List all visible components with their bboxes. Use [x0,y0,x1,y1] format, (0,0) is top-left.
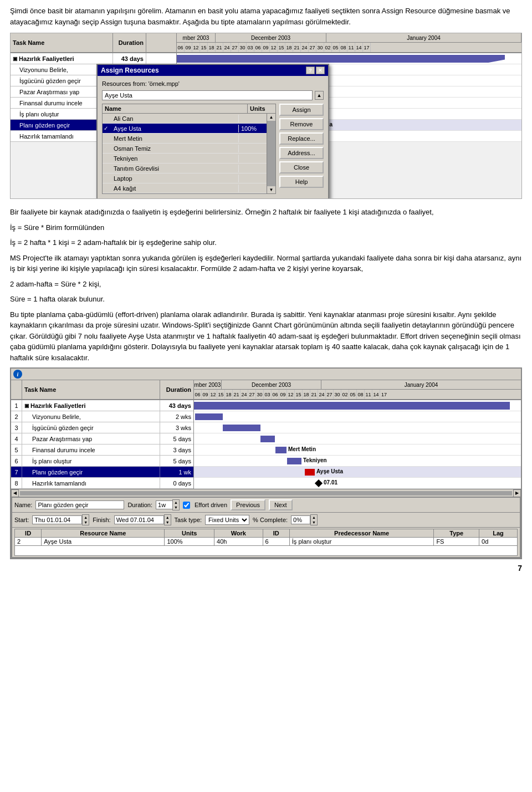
task-type-label: Task type: [175,517,202,523]
pct-spin-down[interactable]: ▼ [311,520,317,525]
dialog-close-btn[interactable]: ✕ [316,67,325,74]
list-item-alican[interactable]: Ali Can [103,114,267,124]
percent-spin[interactable]: ▲ ▼ [310,514,318,525]
label-tekniyen2: Tekniyen [303,457,327,463]
pct-spin-up[interactable]: ▲ [311,515,317,520]
finish-input[interactable] [114,515,164,524]
assign-resources-dialog[interactable]: Assign Resources ? ✕ Resources from: 'ör… [96,64,329,199]
day: 18 [225,390,233,399]
resource-units [239,138,267,139]
name-input[interactable] [35,500,124,509]
task-type-select[interactable]: Fixed Units [205,515,249,525]
day: 15 [295,390,303,399]
bar-row-0 [177,53,521,64]
hscroll-track[interactable] [20,491,512,495]
dialog-title-buttons[interactable]: ? ✕ [306,67,325,74]
finish-spin-down[interactable]: ▼ [165,520,171,525]
day: 30 [256,390,264,399]
duration-header2: Duration [160,380,193,399]
duration-spin-input[interactable] [156,500,172,509]
scroll-up-arrow[interactable]: ▲ [268,114,275,121]
previous-button[interactable]: Previous [231,499,265,510]
replace-button[interactable]: Replace... [279,132,324,145]
horizontal-scrollbar[interactable]: ◀ ▶ [11,489,521,497]
id-header [11,380,22,399]
timeline-months: mber 2003 December 2003 January 2004 [177,33,521,43]
start-spin-down[interactable]: ▼ [83,520,89,525]
effort-driven-checkbox[interactable] [183,502,190,509]
bottom-panel: Name: Duration: ▲ ▼ Effort driven Previo… [11,497,521,558]
bar-row-selected2: Ayşe Usta [194,467,521,478]
resource-search-scroll-up[interactable]: ▲ [315,91,324,100]
list-item-ayse-selected[interactable]: ✓ Ayşe Usta 100% [103,124,267,134]
dialog-main-content: Name Units Ali Can ✓ [102,104,324,194]
address-button[interactable]: Address... [279,147,324,159]
scroll-left-btn[interactable]: ◀ [11,489,19,497]
td-work: 40h [214,538,263,546]
task-bar2 [223,425,260,431]
next-button[interactable]: Next [269,499,293,510]
list-item-tekniyen[interactable]: Tekniyen [103,154,267,163]
timeline-day: 27 [231,43,239,52]
resource-units [239,178,267,179]
day: 24 [241,390,248,399]
resource-name: Ayşe Usta [112,125,239,132]
spin-arrows[interactable]: ▲ ▼ [172,499,180,510]
row-id: 2 [11,411,22,422]
row-duration: 5 days [160,456,193,466]
timeline-day: 09 [185,43,192,52]
scroll-right-btn[interactable]: ▶ [513,489,521,497]
resource-units: 100% [239,125,267,132]
gantt2-row: 5 Finansal durumu incele 3 days [11,444,193,456]
list-item-mert[interactable]: Mert Metin [103,134,267,144]
remove-button[interactable]: Remove [279,118,324,130]
formula-line2-2: Süre = 1 hafta olarak bulunur. [10,294,522,305]
bar-row [194,422,521,433]
resource-search-box[interactable]: Ayşe Usta [102,90,313,100]
day: 08 [357,390,365,399]
list-item-laptop[interactable]: Laptop [103,173,267,183]
percent-complete-input[interactable] [291,515,310,524]
finish-spin[interactable]: ▲ ▼ [164,514,171,525]
th-resource-name: Resource Name [42,529,165,538]
timeline-day: 09 [262,43,270,52]
spin-down-arrow[interactable]: ▼ [173,505,179,510]
scroll-down-arrow[interactable]: ▼ [268,186,275,193]
day: 18 [303,390,310,399]
th-lag: Lag [479,529,518,538]
dialog-help-btn[interactable]: ? [306,67,315,74]
start-spin-up[interactable]: ▲ [83,515,89,520]
close-button[interactable]: Close [279,161,324,173]
start-input[interactable] [32,515,82,524]
finish-spin-up[interactable]: ▲ [165,515,171,520]
assign-button[interactable]: Assign [279,104,324,116]
help-button[interactable]: Help [279,176,324,188]
list-item-tanitim[interactable]: Tanıtım Görevlisi [103,163,267,173]
timeline-day: 15 [200,43,208,52]
row-id: 5 [11,444,22,455]
spin-up-arrow[interactable]: ▲ [173,500,179,505]
bar-row [194,433,521,444]
timeline-day: 08 [340,43,347,52]
day: 11 [365,390,372,399]
list-item-osman[interactable]: Osman Temiz [103,144,267,154]
resource-name: A4 kağıt [112,185,239,192]
scroll-track[interactable] [267,121,275,186]
day: 06 [194,390,202,399]
resource-table-header-row: ID Resource Name Units Work ID Predecess… [15,529,518,538]
formula-line-1: İş = Süre * Birim formülünden [10,222,522,233]
list-scrollbar[interactable]: ▲ ▼ [267,114,275,193]
paragraph4: Bu tipte planlama çaba-güdümlü (effort-d… [10,309,522,364]
timeline-day: 05 [332,43,340,52]
timeline-day: 30 [316,43,324,52]
duration-spinner[interactable]: ▲ ▼ [156,499,180,510]
row-duration: 2 wks [160,411,193,422]
day: 03 [264,390,272,399]
gantt2-row: 2 Vizyonunu Belirle, 2 wks [11,411,193,422]
resource-table-container: ID Resource Name Units Work ID Predecess… [12,528,520,557]
gantt2-months: mber 2003 December 2003 January 2004 [194,380,521,390]
list-item-a4[interactable]: A4 kağıt [103,183,267,193]
start-spin[interactable]: ▲ ▼ [82,514,89,525]
month-jan: January 2004 [326,33,521,42]
milestone-label2: 07.01 [324,479,337,486]
